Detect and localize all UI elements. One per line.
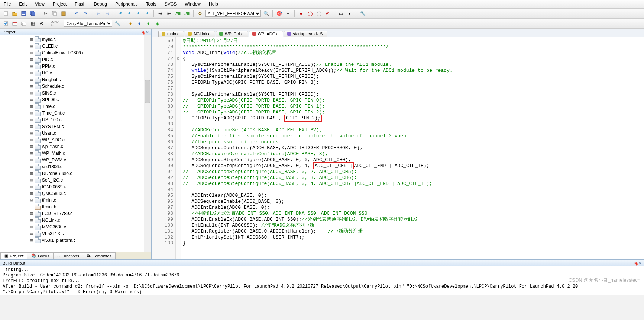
code-line[interactable]: // ADCSequenceStepConfigure(ADC0_BASE, 0…: [183, 175, 644, 181]
code-line[interactable]: @日期：2019年01月27日: [183, 38, 644, 44]
code-text[interactable]: @日期：2019年01月27日*************************…: [181, 37, 644, 259]
expand-icon[interactable]: ⊞: [29, 64, 34, 69]
code-line[interactable]: //the processor trigger occurs.: [183, 139, 644, 145]
debug-dropdown-icon[interactable]: ▾: [284, 10, 292, 17]
expand-icon[interactable]: ⊞: [29, 224, 34, 230]
translate-icon[interactable]: [2, 20, 10, 27]
uncomment-icon[interactable]: //≡: [183, 10, 191, 17]
tree-item[interactable]: ⊞VL53L1X.c: [0, 230, 144, 237]
code-line[interactable]: ADCIntEnable(ADC0_BASE, 0);: [183, 205, 644, 211]
expand-icon[interactable]: ⊞: [29, 104, 34, 109]
code-editor[interactable]: 6970717273747576777879808182838485868788…: [152, 37, 644, 259]
file-tab[interactable]: WP_ADC.c: [249, 31, 284, 37]
code-line[interactable]: ADCIntRegister(ADC0_BASE,0,ADC0IntHandle…: [183, 228, 644, 234]
pack-inst-icon[interactable]: ◈: [153, 20, 161, 27]
tree-item[interactable]: ⊞Time.c: [0, 103, 144, 110]
code-line[interactable]: //中断触发方式设置ADC_INT_SS0、ADC_INT_DMA_SS0、AD…: [183, 211, 644, 217]
breakpoint-insert-icon[interactable]: ●: [297, 10, 305, 17]
expand-icon[interactable]: ⊞: [29, 57, 34, 62]
tree-item[interactable]: ⊞Soft_I2C.c: [0, 177, 144, 183]
redo-icon[interactable]: ↷: [82, 10, 89, 17]
code-line[interactable]: ADCSequenceConfigure(ADC0_BASE,0,ADC_TRI…: [183, 145, 644, 151]
menu-help[interactable]: Help: [207, 1, 220, 7]
proj-tab-templates[interactable]: 0▸ Templates: [83, 252, 116, 259]
collapse-icon[interactable]: ⊟: [29, 198, 34, 203]
window-icon[interactable]: ▭: [337, 10, 344, 17]
tree-item[interactable]: ⊞SPL06.c: [0, 96, 144, 103]
tree-item[interactable]: ⊞NCLink.c: [0, 217, 144, 224]
tree-item[interactable]: ⊞US_100.c: [0, 116, 144, 123]
code-line[interactable]: // GPIOPinTypeADC(GPIO_PORTD_BASE, GPIO_…: [183, 97, 644, 103]
fold-column[interactable]: ⊟: [176, 37, 181, 259]
tree-item[interactable]: ⊞Ringbuf.c: [0, 76, 144, 83]
indent-icon[interactable]: ⇥: [156, 10, 164, 17]
code-line[interactable]: SysCtlPeripheralEnable(SYSCTL_PERIPH_GPI…: [183, 74, 644, 80]
paste-icon[interactable]: [60, 10, 67, 17]
file-ext-icon[interactable]: ♦: [136, 20, 143, 27]
expand-icon[interactable]: ⊞: [29, 44, 34, 49]
tree-item[interactable]: ⊞PID.c: [0, 56, 144, 63]
code-line[interactable]: GPIOPinTypeADC(GPIO_PORTE_BASE, GPIO_PIN…: [183, 80, 644, 86]
expand-icon[interactable]: ⊞: [29, 144, 34, 149]
tree-item[interactable]: tfmini.h: [0, 204, 144, 210]
batch-build-icon[interactable]: ▦: [29, 20, 36, 27]
rebuild-icon[interactable]: [20, 20, 27, 27]
code-line[interactable]: GPIOPinTypeADC(GPIO_PORTD_BASE, GPIO_PIN…: [183, 115, 644, 121]
save-icon[interactable]: [20, 10, 27, 17]
code-line[interactable]: ADCIntClear(ADC0_BASE, 0);: [183, 193, 644, 199]
download-icon[interactable]: LOAD↓↓: [51, 20, 58, 27]
copy-icon[interactable]: [51, 10, 58, 17]
undo-icon[interactable]: ↶: [73, 10, 80, 17]
tree-item[interactable]: ⊞Usart.c: [0, 130, 144, 137]
comment-icon[interactable]: //≡: [174, 10, 182, 17]
code-line[interactable]: IntPrioritySet(INT_ADC0SS0, USER_INT7);: [183, 234, 644, 240]
expand-icon[interactable]: ⊞: [29, 137, 34, 143]
tree-item[interactable]: ⊞Schedule.c: [0, 83, 144, 90]
tree-item[interactable]: ⊞myiic.c: [0, 36, 144, 43]
code-line[interactable]: SysCtlPeripheralEnable(SYSCTL_PERIPH_ADC…: [183, 62, 644, 68]
breakpoint-enable-icon[interactable]: ◯: [306, 10, 314, 17]
file-tab[interactable]: startup_rvmdk.S: [284, 31, 327, 37]
expand-icon[interactable]: ⊞: [29, 131, 34, 136]
tree-item[interactable]: ⊞PPM.c: [0, 63, 144, 70]
expand-icon[interactable]: ⊞: [29, 164, 34, 169]
expand-icon[interactable]: ⊞: [29, 151, 34, 156]
fold-toggle-icon[interactable]: ⊟: [176, 56, 181, 62]
menu-file[interactable]: File: [2, 1, 12, 7]
breakpoint-kill-icon[interactable]: ⊘: [324, 10, 331, 17]
code-line[interactable]: ADCSequenceEnable(ADC0_BASE, 0);: [183, 199, 644, 205]
expand-icon[interactable]: ⊞: [29, 218, 34, 223]
tree-item[interactable]: ⊞SINS.c: [0, 90, 144, 96]
menu-edit[interactable]: Edit: [17, 1, 28, 7]
pack-icon[interactable]: ♦: [145, 20, 152, 27]
bookmark-clear-icon[interactable]: 🏳: [143, 10, 151, 17]
code-line[interactable]: //ADCHardwareOversampleConfigure(ADC0_BA…: [183, 151, 644, 157]
manage-icon[interactable]: ♦: [127, 20, 134, 27]
tree-item[interactable]: ⊞LCD_ST7789.c: [0, 210, 144, 217]
close-icon[interactable]: ×: [639, 261, 641, 265]
code-line[interactable]: // GPIOPinTypeADC(GPIO_PORTD_BASE, GPIO_…: [183, 103, 644, 109]
code-line[interactable]: [183, 187, 644, 193]
code-line[interactable]: IntEnable(INT_ADC0SS0); //使能ADC采样序列中断: [183, 223, 644, 228]
code-line[interactable]: //ADCReferenceSet(ADC0_BASE, ADC_REF_EXT…: [183, 127, 644, 133]
bookmark-next-icon[interactable]: 🏳: [135, 10, 142, 17]
code-line[interactable]: while(!SysCtlPeripheralReady(SYSCTL_PERI…: [183, 68, 644, 74]
expand-icon[interactable]: ⊞: [29, 70, 34, 76]
tree-item[interactable]: ⊞ssd1306.c: [0, 163, 144, 170]
expand-icon[interactable]: ⊞: [29, 177, 34, 183]
code-line[interactable]: // ADCSequenceStepConfigure(ADC0_BASE, 0…: [183, 181, 644, 187]
target-options-icon[interactable]: 🔧: [114, 20, 121, 27]
tree-item[interactable]: ⊞WP_PWM.c: [0, 157, 144, 163]
nav-fwd-icon[interactable]: ⇒: [104, 10, 111, 17]
expand-icon[interactable]: ⊞: [29, 117, 34, 122]
code-line[interactable]: [183, 86, 644, 92]
bookmark-prev-icon[interactable]: 🏳: [126, 10, 133, 17]
tree-item[interactable]: ⊞MMC3630.c: [0, 224, 144, 230]
expand-icon[interactable]: ⊞: [29, 238, 34, 243]
nav-back-icon[interactable]: ⇐: [95, 10, 102, 17]
tree-item[interactable]: ⊞Time_Cnt.c: [0, 110, 144, 116]
stop-build-icon[interactable]: ⊗: [38, 20, 45, 27]
code-line[interactable]: ADCIntEnableEx(ADC0_BASE,ADC_INT_SS0);//…: [183, 217, 644, 223]
open-icon[interactable]: [11, 10, 19, 17]
expand-icon[interactable]: ⊞: [29, 184, 34, 189]
